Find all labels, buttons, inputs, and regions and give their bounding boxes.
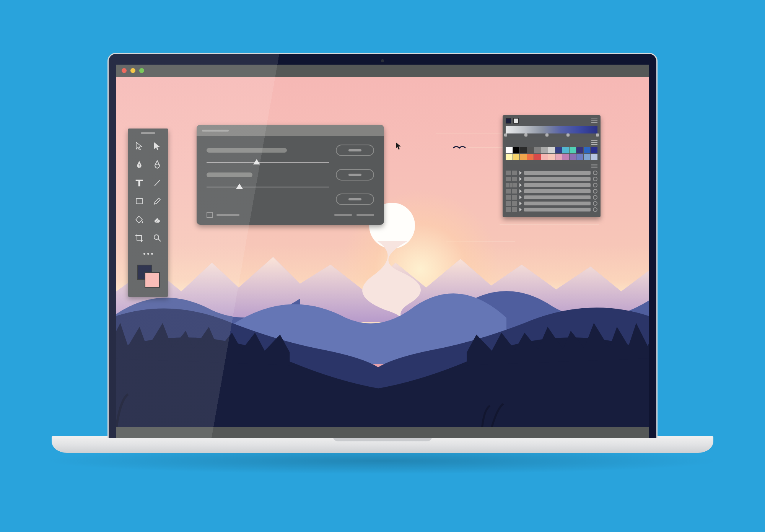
gradient-panel bbox=[506, 118, 597, 137]
swatch-cell[interactable] bbox=[584, 154, 591, 160]
dialog-slider-2[interactable] bbox=[207, 184, 329, 190]
layer-visibility-toggle[interactable] bbox=[506, 195, 517, 200]
color-swatches[interactable] bbox=[130, 260, 166, 294]
eraser-tool[interactable] bbox=[148, 210, 166, 229]
layer-visibility-toggle[interactable] bbox=[506, 183, 517, 187]
dialog-titlebar[interactable] bbox=[197, 125, 384, 136]
layer-row[interactable] bbox=[506, 171, 597, 175]
type-tool[interactable] bbox=[130, 174, 148, 192]
panel-grip[interactable] bbox=[141, 132, 155, 134]
gradient-stop[interactable] bbox=[566, 133, 570, 137]
swatch-cell[interactable] bbox=[527, 147, 534, 153]
dialog-button-3[interactable] bbox=[336, 194, 374, 205]
chevron-right-icon[interactable] bbox=[519, 208, 522, 211]
swatch-cell[interactable] bbox=[506, 147, 513, 153]
gradient-swatch-a[interactable] bbox=[506, 118, 511, 124]
chevron-right-icon[interactable] bbox=[519, 189, 522, 193]
layer-row[interactable] bbox=[506, 201, 597, 206]
line-tool[interactable] bbox=[148, 174, 166, 192]
gradient-stops[interactable] bbox=[506, 133, 597, 137]
layer-row[interactable] bbox=[506, 189, 597, 194]
layer-row[interactable] bbox=[506, 207, 597, 212]
rectangle-tool[interactable] bbox=[130, 192, 148, 210]
swatch-cell[interactable] bbox=[562, 147, 569, 153]
layer-row[interactable] bbox=[506, 183, 597, 187]
layer-label bbox=[524, 183, 591, 187]
pen-tool[interactable] bbox=[130, 155, 148, 174]
chevron-right-icon[interactable] bbox=[519, 171, 522, 175]
chevron-right-icon[interactable] bbox=[519, 202, 522, 205]
swatch-cell[interactable] bbox=[548, 147, 555, 153]
selection-tool[interactable] bbox=[130, 137, 148, 155]
gradient-bar[interactable] bbox=[506, 126, 597, 133]
swatch-cell[interactable] bbox=[570, 154, 576, 160]
swatch-cell[interactable] bbox=[541, 154, 548, 160]
layer-target-icon[interactable] bbox=[593, 201, 597, 206]
swatch-cell[interactable] bbox=[513, 154, 520, 160]
chevron-right-icon[interactable] bbox=[519, 195, 522, 199]
canvas[interactable] bbox=[116, 77, 649, 427]
paint-bucket-tool[interactable] bbox=[130, 210, 148, 229]
swatch-cell[interactable] bbox=[591, 154, 597, 160]
settings-dialog bbox=[197, 125, 384, 225]
slider-thumb-icon[interactable] bbox=[236, 184, 243, 189]
panel-menu-icon[interactable] bbox=[591, 119, 597, 123]
dialog-footer-1[interactable] bbox=[334, 214, 352, 216]
swatch-cell[interactable] bbox=[548, 154, 555, 160]
gradient-stop[interactable] bbox=[504, 133, 507, 137]
swatch-cell[interactable] bbox=[584, 147, 591, 153]
layer-target-icon[interactable] bbox=[593, 195, 597, 200]
swatch-cell[interactable] bbox=[506, 154, 513, 160]
curvature-tool[interactable] bbox=[148, 155, 166, 174]
dialog-footer-2[interactable] bbox=[356, 214, 374, 216]
layer-row[interactable] bbox=[506, 195, 597, 200]
close-icon[interactable] bbox=[122, 68, 127, 73]
crop-tool[interactable] bbox=[130, 229, 148, 247]
swatch-cell[interactable] bbox=[534, 154, 541, 160]
swatch-cell[interactable] bbox=[541, 147, 548, 153]
swatch-cell[interactable] bbox=[576, 147, 583, 153]
layer-visibility-toggle[interactable] bbox=[506, 189, 517, 194]
direct-selection-tool[interactable] bbox=[148, 137, 166, 155]
swatch-cell[interactable] bbox=[534, 147, 541, 153]
gradient-swatch-b[interactable] bbox=[513, 118, 519, 124]
fg-color-swatch[interactable] bbox=[145, 272, 160, 288]
swatch-cell[interactable] bbox=[576, 154, 583, 160]
layer-visibility-toggle[interactable] bbox=[506, 177, 517, 181]
swatch-cell[interactable] bbox=[555, 147, 562, 153]
panel-menu-icon[interactable] bbox=[591, 164, 597, 168]
layer-target-icon[interactable] bbox=[593, 183, 597, 187]
swatch-cell[interactable] bbox=[513, 147, 520, 153]
layer-target-icon[interactable] bbox=[593, 177, 597, 181]
dialog-button-2[interactable] bbox=[336, 169, 374, 181]
layer-target-icon[interactable] bbox=[593, 189, 597, 194]
dialog-checkbox[interactable] bbox=[207, 212, 213, 218]
pencil-tool[interactable] bbox=[148, 192, 166, 210]
swatch-cell[interactable] bbox=[562, 154, 569, 160]
dialog-button-1[interactable] bbox=[336, 145, 374, 156]
gradient-stop[interactable] bbox=[524, 133, 527, 137]
layer-visibility-toggle[interactable] bbox=[506, 171, 517, 175]
gradient-stop[interactable] bbox=[545, 133, 549, 137]
maximize-icon[interactable] bbox=[139, 68, 144, 73]
swatch-cell[interactable] bbox=[591, 147, 597, 153]
swatch-cell[interactable] bbox=[555, 154, 562, 160]
panel-menu-icon[interactable] bbox=[591, 140, 597, 145]
layer-target-icon[interactable] bbox=[593, 207, 597, 212]
swatch-cell[interactable] bbox=[527, 154, 534, 160]
chevron-right-icon[interactable] bbox=[519, 177, 522, 181]
more-tools-button[interactable] bbox=[130, 247, 166, 260]
swatch-cell[interactable] bbox=[570, 147, 576, 153]
layer-row[interactable] bbox=[506, 177, 597, 181]
zoom-tool[interactable] bbox=[148, 229, 166, 247]
layer-visibility-toggle[interactable] bbox=[506, 207, 517, 212]
chevron-right-icon[interactable] bbox=[519, 183, 522, 187]
minimize-icon[interactable] bbox=[130, 68, 135, 73]
swatch-cell[interactable] bbox=[520, 147, 527, 153]
slider-thumb-icon[interactable] bbox=[253, 159, 260, 164]
gradient-stop[interactable] bbox=[596, 133, 599, 137]
dialog-slider-1[interactable] bbox=[207, 160, 329, 165]
swatch-cell[interactable] bbox=[520, 154, 527, 160]
layer-target-icon[interactable] bbox=[593, 171, 597, 175]
layer-visibility-toggle[interactable] bbox=[506, 201, 517, 206]
